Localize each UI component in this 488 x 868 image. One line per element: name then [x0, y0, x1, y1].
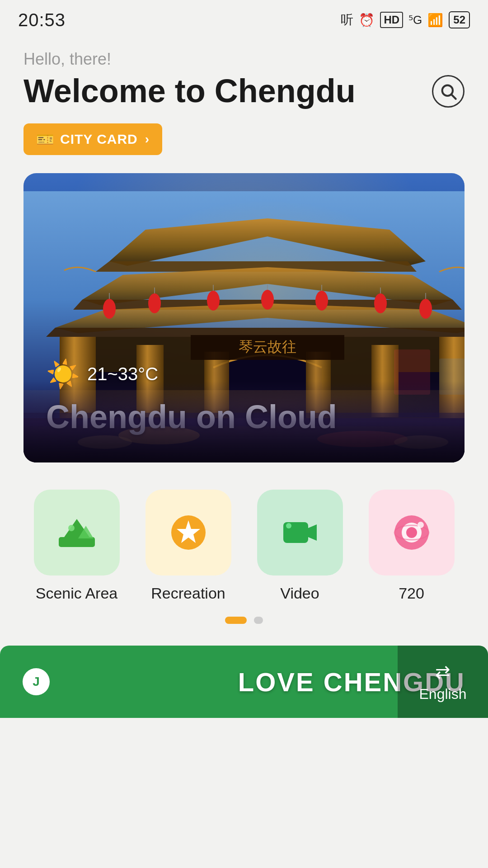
svg-point-26 — [374, 293, 387, 313]
english-label: English — [419, 686, 467, 703]
network-icon: ⁵G — [408, 13, 422, 27]
svg-marker-51 — [308, 524, 317, 541]
signal-icon: 📶 — [427, 13, 443, 28]
vr-360-icon — [391, 512, 432, 553]
main-content: Hello, there! Welcome to Chengdu 🎫 CITY … — [0, 36, 488, 624]
alarm-icon: ⏰ — [359, 13, 375, 28]
svg-point-24 — [261, 290, 274, 310]
svg-point-52 — [286, 523, 291, 528]
category-grid: Scenic Area Recreation — [27, 490, 461, 602]
status-bar: 20:53 听 ⏰ HD ⁵G 📶 52 — [0, 0, 488, 36]
vr-label: 720 — [399, 585, 424, 602]
svg-point-21 — [103, 299, 116, 319]
category-item-video[interactable]: Video — [250, 490, 349, 602]
page-title: Welcome to Chengdu — [23, 73, 356, 109]
bottom-logo: J — [23, 668, 50, 695]
status-time: 20:53 — [18, 10, 66, 30]
bottom-banner: J LOVE CHENGDU ⇄ English — [0, 646, 488, 718]
battery-indicator: 52 — [449, 11, 470, 28]
mountain-icon — [56, 512, 97, 553]
search-button[interactable] — [432, 75, 465, 108]
svg-point-23 — [207, 291, 220, 311]
scenic-area-icon-box — [34, 490, 120, 576]
dot-2 — [254, 617, 263, 624]
svg-rect-44 — [59, 537, 95, 547]
recreation-icon-box — [145, 490, 231, 576]
chevron-right-icon: › — [145, 132, 150, 146]
category-item-720[interactable]: 720 — [362, 490, 461, 602]
svg-line-1 — [452, 94, 456, 99]
category-item-scenic-area[interactable]: Scenic Area — [27, 490, 126, 602]
scenic-area-label: Scenic Area — [36, 585, 117, 602]
city-card-label: CITY CARD — [60, 132, 138, 147]
status-icons: 听 ⏰ HD ⁵G 📶 52 — [341, 11, 470, 28]
svg-point-22 — [148, 293, 161, 313]
page-dots-indicator — [27, 617, 461, 624]
english-language-button[interactable]: ⇄ English — [398, 646, 488, 718]
hero-background: 琴云故往 — [23, 173, 465, 462]
hero-banner[interactable]: 琴云故往 — [23, 173, 465, 462]
video-icon-box — [257, 490, 343, 576]
svg-point-27 — [419, 299, 432, 319]
greeting-text: Hello, there! — [23, 50, 465, 69]
audio-icon: 听 — [341, 11, 353, 28]
search-icon — [439, 82, 457, 100]
city-card-button[interactable]: 🎫 CITY CARD › — [23, 123, 162, 155]
translate-icon: ⇄ — [435, 661, 450, 682]
dot-1 — [225, 617, 247, 624]
city-card-icon: 🎫 — [36, 131, 55, 148]
street-glow-overlay — [23, 381, 465, 462]
svg-text:琴云故往: 琴云故往 — [239, 339, 296, 355]
recreation-label: Recreation — [151, 585, 225, 602]
svg-point-55 — [406, 527, 417, 538]
hd-badge: HD — [380, 12, 403, 28]
star-icon — [168, 512, 209, 553]
video-icon — [280, 512, 320, 553]
vr-icon-box — [369, 490, 455, 576]
category-section: Scenic Area Recreation — [23, 490, 465, 624]
category-item-recreation[interactable]: Recreation — [139, 490, 238, 602]
video-label: Video — [280, 585, 319, 602]
header-row: Welcome to Chengdu — [23, 73, 465, 109]
svg-point-47 — [68, 525, 75, 531]
svg-point-25 — [315, 291, 328, 311]
svg-point-57 — [418, 522, 424, 528]
chengdu-logo: J — [23, 668, 50, 695]
